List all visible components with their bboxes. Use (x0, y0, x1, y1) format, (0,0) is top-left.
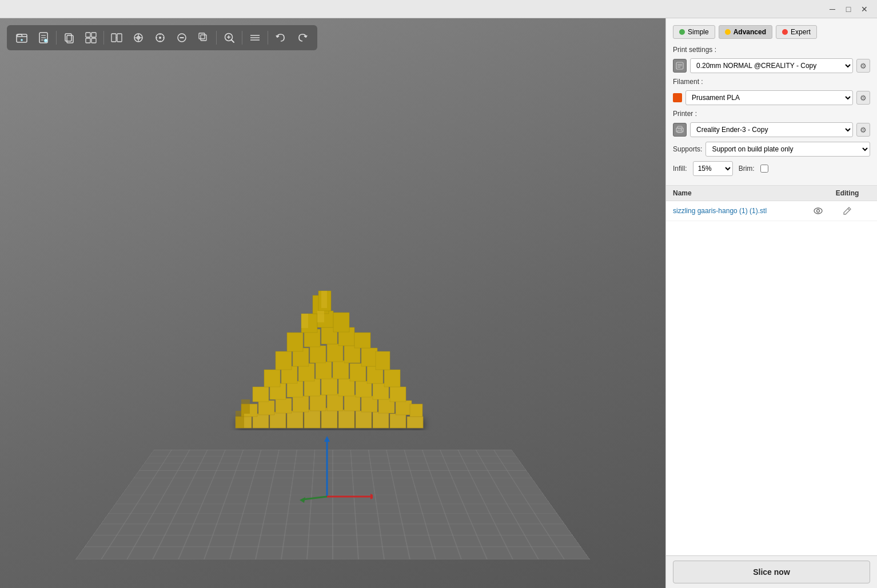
brim-label: Brim: (739, 165, 755, 173)
minimize-button[interactable]: ─ (824, 1, 840, 17)
printer-icon[interactable] (673, 123, 687, 137)
svg-rect-101 (321, 378, 337, 395)
right-panel: Simple Advanced Expert Print settings : (665, 18, 877, 588)
object-list-body: sizzling gaaris-hango (1) (1).stl (666, 201, 877, 555)
print-settings-select[interactable]: 0.20mm NORMAL @CREALITY - Copy (690, 58, 853, 73)
svg-rect-16 (111, 34, 116, 42)
close-button[interactable]: ✕ (856, 1, 872, 17)
filament-label: Filament : (673, 78, 703, 86)
advanced-mode-btn[interactable]: Advanced (719, 25, 772, 39)
print-settings-icon[interactable] (673, 59, 687, 73)
advanced-dot (725, 29, 731, 35)
toolbar-sep-2 (103, 31, 104, 45)
svg-rect-100 (304, 379, 320, 396)
expert-mode-btn[interactable]: Expert (776, 25, 817, 39)
svg-point-151 (817, 210, 820, 213)
svg-rect-105 (390, 387, 406, 402)
delete-obj-btn[interactable] (172, 27, 192, 48)
object-name[interactable]: sizzling gaaris-hango (1) (1).stl (673, 207, 812, 215)
duplicate-btn[interactable] (193, 27, 214, 48)
col-editing-header: Editing (824, 189, 870, 197)
simple-mode-btn[interactable]: Simple (673, 25, 715, 39)
printer-select-row: Creality Ender-3 - Copy ⚙ (673, 122, 870, 137)
svg-rect-32 (199, 33, 205, 39)
arrange-btn[interactable] (128, 27, 149, 48)
split-parts-btn[interactable] (106, 27, 127, 48)
svg-marker-141 (300, 497, 305, 503)
filament-select[interactable]: Prusament PLA (685, 90, 853, 105)
supports-row: Supports: Support on build plate only (673, 142, 870, 157)
settings-area: Simple Advanced Expert Print settings : (666, 18, 877, 186)
svg-line-140 (303, 497, 327, 499)
open-file-btn[interactable] (11, 27, 32, 48)
toolbar (7, 25, 317, 50)
svg-rect-10 (67, 35, 73, 43)
redo-btn[interactable] (292, 27, 313, 48)
3d-object (224, 257, 441, 462)
print-settings-gear-btn[interactable]: ⚙ (856, 59, 870, 73)
svg-rect-79 (304, 410, 320, 428)
printer-gear-btn[interactable]: ⚙ (856, 123, 870, 137)
move-btn[interactable] (150, 27, 170, 48)
svg-rect-131 (321, 291, 327, 308)
object-list-header: Name Editing (666, 186, 877, 201)
layers-btn[interactable] (245, 27, 265, 48)
toolbar-sep-4 (242, 31, 242, 45)
edit-btn[interactable] (841, 205, 854, 217)
copy-objects-btn[interactable] (59, 27, 79, 48)
slice-bar: Slice now (666, 555, 877, 588)
object-list-area: Name Editing sizzling gaaris-hango (1) (… (666, 186, 877, 555)
svg-point-150 (814, 208, 822, 214)
zoom-fit-btn[interactable] (219, 27, 240, 48)
obj-editing-col (824, 205, 870, 217)
advanced-mode-label: Advanced (734, 28, 766, 36)
print-settings-label: Print settings : (673, 46, 716, 54)
svg-line-152 (848, 209, 850, 210)
svg-rect-102 (338, 379, 354, 396)
svg-rect-81 (338, 410, 354, 428)
expert-mode-label: Expert (791, 28, 811, 36)
main-layout: Simple Advanced Expert Print settings : (0, 18, 877, 588)
filament-label-row: Filament : (673, 78, 870, 86)
svg-rect-119 (361, 348, 377, 366)
scene-3d[interactable] (0, 18, 665, 588)
svg-rect-118 (344, 346, 360, 363)
svg-rect-133 (301, 314, 308, 328)
coordinate-axes (298, 434, 373, 508)
svg-rect-120 (376, 351, 390, 370)
viewport-panel[interactable] (0, 18, 665, 588)
svg-rect-117 (327, 344, 343, 362)
svg-rect-12 (86, 33, 90, 37)
title-bar: ─ □ ✕ (0, 0, 877, 18)
svg-rect-89 (293, 396, 309, 412)
svg-marker-137 (324, 436, 330, 442)
print-settings-select-row: 0.20mm NORMAL @CREALITY - Copy ⚙ (673, 58, 870, 73)
instances-btn[interactable] (81, 27, 101, 48)
filament-select-row: Prusament PLA ⚙ (673, 90, 870, 105)
svg-rect-15 (91, 38, 96, 43)
svg-rect-88 (276, 398, 292, 413)
infill-brim-row: Infill: 15% 10% 20% 25% Brim: (673, 161, 870, 176)
supports-select[interactable]: Support on build plate only (705, 142, 870, 157)
svg-marker-139 (370, 494, 373, 499)
svg-rect-11 (65, 34, 71, 41)
infill-select[interactable]: 15% 10% 20% 25% (693, 161, 733, 176)
printer-select[interactable]: Creality Ender-3 - Copy (690, 122, 853, 137)
filament-gear-btn[interactable]: ⚙ (856, 91, 870, 105)
recent-files-btn[interactable] (33, 27, 54, 48)
infill-label: Infill: (673, 165, 687, 173)
printer-label-row: Printer : (673, 110, 870, 118)
maximize-button[interactable]: □ (840, 1, 856, 17)
simple-mode-label: Simple (688, 28, 709, 36)
svg-rect-85 (407, 417, 423, 428)
expert-dot (782, 29, 788, 35)
col-name-header: Name (673, 189, 824, 197)
undo-btn[interactable] (270, 27, 291, 48)
visibility-btn[interactable] (812, 205, 824, 217)
supports-label: Supports: (673, 145, 702, 153)
slice-now-btn[interactable]: Slice now (673, 561, 870, 583)
brim-checkbox[interactable] (760, 165, 768, 173)
simple-dot (679, 29, 685, 35)
obj-actions (812, 205, 824, 217)
svg-rect-84 (390, 414, 406, 428)
